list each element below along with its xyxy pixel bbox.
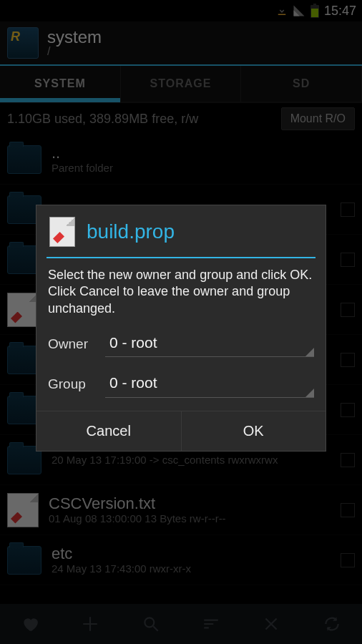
group-label: Group — [48, 376, 105, 398]
owner-dialog: build.prop Select the new owner and grou… — [36, 205, 326, 452]
group-value: 0 - root — [109, 374, 157, 391]
dialog-title: build.prop — [87, 220, 175, 243]
owner-label: Owner — [48, 336, 105, 358]
dialog-header: build.prop — [36, 205, 326, 257]
owner-value: 0 - root — [109, 334, 157, 351]
file-icon — [49, 217, 75, 247]
dialog-actions: Cancel OK — [36, 411, 326, 451]
owner-spinner[interactable]: 0 - root — [105, 328, 314, 357]
cancel-button[interactable]: Cancel — [36, 411, 181, 451]
dialog-body: Select the new owner and group and click… — [36, 258, 326, 411]
dialog-message: Select the new owner and group and click… — [48, 267, 314, 317]
group-spinner[interactable]: 0 - root — [105, 369, 314, 397]
ok-button[interactable]: OK — [181, 411, 326, 451]
